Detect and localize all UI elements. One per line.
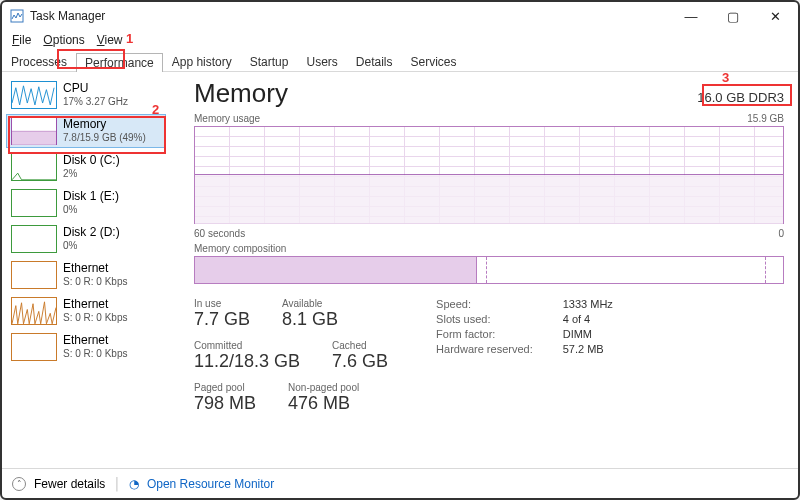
sidebar-eth1-sub: S: 0 R: 0 Kbps <box>63 312 127 324</box>
sidebar-disk1-sub: 0% <box>63 204 119 216</box>
chart-usage-max: 15.9 GB <box>747 113 784 124</box>
chart-usage-xleft: 60 seconds <box>194 228 245 239</box>
stat-nonpaged-label: Non-paged pool <box>288 382 359 393</box>
stat-nonpaged-value: 476 MB <box>288 393 359 414</box>
menu-view[interactable]: View <box>93 33 127 47</box>
menu-options[interactable]: Options <box>39 33 88 47</box>
stat-in-use-value: 7.7 GB <box>194 309 250 330</box>
sidebar-disk1-title: Disk 1 (E:) <box>63 190 119 204</box>
tab-startup[interactable]: Startup <box>241 52 298 71</box>
stat-committed-label: Committed <box>194 340 300 351</box>
sys-speed-v: 1333 MHz <box>563 298 613 310</box>
stat-available-label: Available <box>282 298 338 309</box>
system-info: Speed:1333 MHz Slots used:4 of 4 Form fa… <box>436 298 613 424</box>
performance-detail: Memory 16.0 GB DDR3 Memory usage 15.9 GB… <box>170 72 798 470</box>
sidebar-eth2-sub: S: 0 R: 0 Kbps <box>63 348 127 360</box>
sidebar-disk0-sub: 2% <box>63 168 120 180</box>
menu-bar: File Options View <box>2 30 798 50</box>
sidebar-disk0-title: Disk 0 (C:) <box>63 154 120 168</box>
memory-usage-chart <box>194 126 784 224</box>
resource-monitor-icon: ◔ <box>129 477 139 491</box>
svg-rect-2 <box>12 131 56 144</box>
status-bar: ˄ Fewer details │ ◔ Open Resource Monito… <box>2 468 798 498</box>
sidebar-item-cpu[interactable]: CPU17% 3.27 GHz <box>6 78 166 112</box>
tab-services[interactable]: Services <box>402 52 466 71</box>
composition-in-use <box>195 257 477 283</box>
menu-file[interactable]: File <box>8 33 35 47</box>
maximize-button[interactable]: ▢ <box>712 2 754 30</box>
sidebar-item-disk1[interactable]: Disk 1 (E:)0% <box>6 186 166 220</box>
stat-committed-value: 11.2/18.3 GB <box>194 351 300 372</box>
sys-hw-k: Hardware reserved: <box>436 343 533 355</box>
chart-usage-xright: 0 <box>778 228 784 239</box>
stat-cached-value: 7.6 GB <box>332 351 388 372</box>
sys-speed-k: Speed: <box>436 298 533 310</box>
sys-slots-k: Slots used: <box>436 313 533 325</box>
chart-comp-label: Memory composition <box>194 243 286 254</box>
close-button[interactable]: ✕ <box>754 2 796 30</box>
memory-spec: 16.0 GB DDR3 <box>697 90 784 105</box>
sidebar-item-disk2[interactable]: Disk 2 (D:)0% <box>6 222 166 256</box>
composition-divider <box>486 257 487 283</box>
tab-processes[interactable]: Processes <box>2 52 76 71</box>
sidebar-cpu-title: CPU <box>63 82 128 96</box>
window-title: Task Manager <box>30 9 105 23</box>
title-bar: Task Manager — ▢ ✕ <box>2 2 798 30</box>
chart-usage-label: Memory usage <box>194 113 260 124</box>
tab-performance[interactable]: Performance <box>76 53 163 72</box>
stat-in-use-label: In use <box>194 298 250 309</box>
stat-cached-label: Cached <box>332 340 388 351</box>
sidebar-disk2-sub: 0% <box>63 240 120 252</box>
window-frame: Task Manager — ▢ ✕ File Options View Pro… <box>0 0 800 500</box>
sidebar-item-memory[interactable]: Memory7.8/15.9 GB (49%) <box>6 114 166 148</box>
stat-available-value: 8.1 GB <box>282 309 338 330</box>
stat-paged-label: Paged pool <box>194 382 256 393</box>
sidebar-eth0-sub: S: 0 R: 0 Kbps <box>63 276 127 288</box>
sidebar-item-eth2[interactable]: EthernetS: 0 R: 0 Kbps <box>6 330 166 364</box>
sidebar-item-eth0[interactable]: EthernetS: 0 R: 0 Kbps <box>6 258 166 292</box>
sys-form-v: DIMM <box>563 328 613 340</box>
sidebar-cpu-sub: 17% 3.27 GHz <box>63 96 128 108</box>
sidebar-disk2-title: Disk 2 (D:) <box>63 226 120 240</box>
stat-paged-value: 798 MB <box>194 393 256 414</box>
sidebar-eth0-title: Ethernet <box>63 262 127 276</box>
sidebar-memory-sub: 7.8/15.9 GB (49%) <box>63 132 146 144</box>
app-icon <box>10 9 24 23</box>
sidebar-item-disk0[interactable]: Disk 0 (C:)2% <box>6 150 166 184</box>
composition-divider <box>765 257 766 283</box>
minimize-button[interactable]: — <box>670 2 712 30</box>
sys-form-k: Form factor: <box>436 328 533 340</box>
chevron-up-icon: ˄ <box>12 477 26 491</box>
sidebar-eth2-title: Ethernet <box>63 334 127 348</box>
sys-hw-v: 57.2 MB <box>563 343 613 355</box>
tab-app-history[interactable]: App history <box>163 52 241 71</box>
tab-users[interactable]: Users <box>297 52 346 71</box>
fewer-details-button[interactable]: Fewer details <box>34 477 105 491</box>
detail-heading: Memory <box>194 78 288 109</box>
open-resource-monitor-link[interactable]: Open Resource Monitor <box>147 477 274 491</box>
sidebar-item-eth1[interactable]: EthernetS: 0 R: 0 Kbps <box>6 294 166 328</box>
performance-sidebar: CPU17% 3.27 GHz Memory7.8/15.9 GB (49%) … <box>2 72 170 470</box>
memory-composition-chart <box>194 256 784 284</box>
tab-bar: Processes Performance App history Startu… <box>2 52 798 72</box>
sys-slots-v: 4 of 4 <box>563 313 613 325</box>
sidebar-eth1-title: Ethernet <box>63 298 127 312</box>
sidebar-memory-title: Memory <box>63 118 146 132</box>
tab-details[interactable]: Details <box>347 52 402 71</box>
